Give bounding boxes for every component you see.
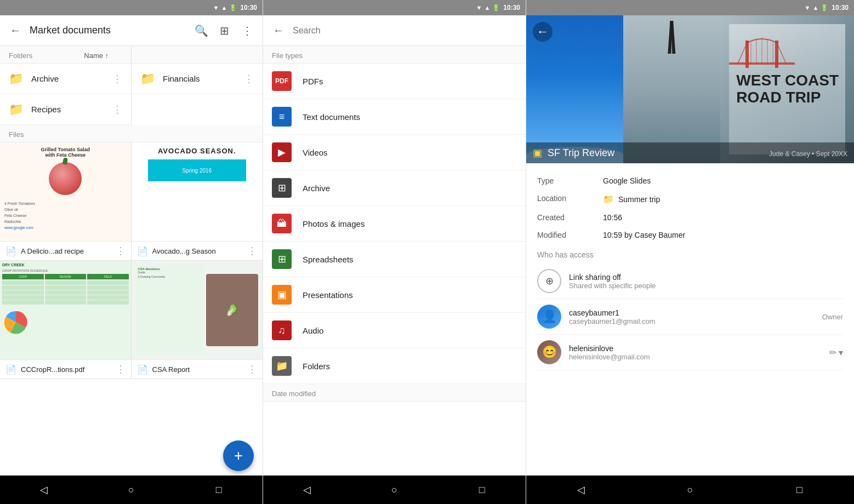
back-button-1[interactable]: ← [7, 22, 24, 39]
file-info-recipe: 📄 A Delicio...ad recipe ⋮ [0, 241, 131, 260]
file-type-presentations[interactable]: ▣ Presentations [263, 277, 526, 313]
back-arrow-icon-3: ◁ [577, 484, 585, 496]
file-thumbnail-recipe: Grilled Tomato Saladwith Feta Cheese 4 F… [0, 142, 131, 241]
back-arrow-icon-2: ◁ [303, 484, 311, 496]
signal-icon-2: ▲ [484, 4, 490, 11]
folders-label: Folders [303, 362, 330, 371]
file-type-pdfs[interactable]: PDF PDFs [263, 64, 526, 99]
home-icon-1: ○ [128, 484, 134, 496]
link-sharing-title: Link sharing off [569, 273, 843, 282]
file-type-photos[interactable]: 🏔 Photos & images [263, 206, 526, 242]
file-type-videos[interactable]: ▶ Videos [263, 135, 526, 170]
casey-name: caseybaumer1 [569, 308, 815, 317]
archive-icon-box: ⊞ [272, 178, 292, 198]
type-label: Type [537, 176, 603, 185]
file-type-pres-icon: 📄 [137, 246, 148, 256]
location-value: 📁 Summer trip [603, 194, 660, 204]
file-item-crop[interactable]: DRY CREEK CROP ROTATION SCHEDULE CROP SE… [0, 261, 132, 379]
home-nav-btn-2[interactable]: ○ [383, 479, 405, 501]
wifi-icon-3: ▼ [805, 4, 811, 11]
back-nav-btn-3[interactable]: ◁ [570, 479, 592, 501]
link-sharing-row[interactable]: ⊕ Link sharing off Shared with specific … [537, 264, 843, 299]
recipes-more-icon[interactable]: ⋮ [112, 104, 122, 116]
status-bar-1: ▼ ▲ 🔋 10:30 [0, 0, 263, 15]
back-nav-btn-2[interactable]: ◁ [296, 479, 318, 501]
file-name-crop: CCCropR...tions.pdf [21, 365, 111, 374]
pdfs-icon-box: PDF [272, 71, 292, 91]
square-nav-btn-3[interactable]: □ [788, 479, 810, 501]
signal-icon: ▲ [221, 4, 227, 11]
home-nav-btn-3[interactable]: ○ [679, 479, 701, 501]
edit-icon[interactable]: ✏ [829, 347, 836, 358]
archive-more-icon[interactable]: ⋮ [112, 73, 122, 85]
more-button-1[interactable]: ⋮ [238, 22, 256, 39]
file-thumbnail-crop: DRY CREEK CROP ROTATION SCHEDULE CROP SE… [0, 261, 131, 359]
file-info-avocado: 📄 Avocado...g Season ⋮ [132, 241, 263, 260]
signal-icons-2: ▼ ▲ 🔋 [476, 4, 500, 12]
hero-badge: ▣ SF Trip Review Jude & Casey • Sept 20X… [526, 142, 854, 163]
files-grid-container: Grilled Tomato Saladwith Feta Cheese 4 F… [0, 142, 263, 476]
file-type-audio[interactable]: ♫ Audio [263, 313, 526, 348]
square-nav-btn-2[interactable]: □ [471, 479, 493, 501]
folder-item-recipes[interactable]: 📁 Recipes ⋮ [0, 94, 131, 125]
casey-info: caseybaumer1 caseybaumer1@gmail.com [569, 308, 815, 325]
files-grid: Grilled Tomato Saladwith Feta Cheese 4 F… [0, 142, 263, 379]
search-back-button[interactable]: ← [270, 22, 287, 39]
hero-golden-gate-img: WEST COAST ROAD TRIP [720, 15, 854, 163]
file-type-folders[interactable]: 📁 Folders [263, 348, 526, 384]
spreadsheets-label: Spreadsheets [303, 255, 354, 264]
hero-back-button[interactable]: ← [533, 22, 553, 42]
text-docs-label: Text documents [303, 112, 360, 122]
crop-file-more-icon[interactable]: ⋮ [116, 363, 126, 375]
status-time-3: 10:30 [832, 4, 849, 12]
search-input[interactable] [293, 26, 519, 36]
helena-actions: ✏ ▾ [829, 347, 843, 358]
archive-folder-icon: 📁 [9, 72, 24, 86]
hero-collage: WEST COAST ROAD TRIP [526, 15, 854, 163]
folder-item-archive[interactable]: 📁 Archive ⋮ [0, 64, 131, 94]
home-nav-btn-1[interactable]: ○ [120, 479, 142, 501]
type-value: Google Slides [603, 176, 651, 185]
square-nav-btn-1[interactable]: □ [208, 479, 230, 501]
link-sharing-subtitle: Shared with specific people [569, 282, 843, 290]
file-item-csa[interactable]: CSA Members Guide A Growing Community 🥬 … [132, 261, 263, 379]
photos-icon-box: 🏔 [272, 214, 292, 233]
presentations-icon-box: ▣ [272, 285, 292, 305]
file-info-csa: 📄 CSA Report ⋮ [132, 359, 263, 379]
file-type-doc-icon: 📄 [5, 246, 16, 256]
csa-file-more-icon[interactable]: ⋮ [247, 363, 257, 375]
square-icon-1: □ [216, 484, 222, 496]
chevron-down-icon[interactable]: ▾ [839, 347, 843, 358]
file-name-recipe: A Delicio...ad recipe [21, 247, 111, 255]
avocado-file-more-icon[interactable]: ⋮ [247, 245, 257, 257]
file-item-recipe[interactable]: Grilled Tomato Saladwith Feta Cheese 4 F… [0, 142, 132, 261]
file-name-csa: CSA Report [152, 365, 243, 374]
fab-button[interactable]: + [223, 440, 254, 471]
grid-button-1[interactable]: ⊞ [215, 22, 233, 39]
square-icon-2: □ [479, 484, 485, 496]
financials-more-icon[interactable]: ⋮ [244, 73, 254, 85]
search-button-1[interactable]: 🔍 [192, 22, 210, 39]
recipes-folder-name: Recipes [31, 105, 105, 114]
created-label: Created [537, 213, 603, 222]
file-types-header: File types [263, 46, 526, 64]
file-item-avocado[interactable]: Avocado Season. Spring 2016 📄 Avocado...… [132, 142, 263, 261]
meta-row-modified: Modified 10:59 by Casey Baumer [537, 226, 843, 244]
panel-search: ▼ ▲ 🔋 10:30 ← File types PDF PDFs ≡ Text… [263, 0, 526, 504]
file-type-pdf-2-icon: 📄 [137, 364, 148, 375]
casey-email: caseybaumer1@gmail.com [569, 317, 815, 325]
videos-label: Videos [303, 148, 328, 157]
battery-icon-3: 🔋 [821, 4, 828, 12]
back-nav-btn-1[interactable]: ◁ [33, 479, 55, 501]
helena-info: helenisinlove helenisinlove@gmail.com [569, 344, 822, 361]
access-row-casey: 👤 caseybaumer1 caseybaumer1@gmail.com Ow… [537, 299, 843, 335]
battery-icon-2: 🔋 [492, 4, 500, 12]
file-type-archive[interactable]: ⊞ Archive [263, 170, 526, 206]
recipe-file-more-icon[interactable]: ⋮ [116, 245, 126, 257]
golden-gate-icon [729, 30, 795, 79]
file-type-text-docs[interactable]: ≡ Text documents [263, 99, 526, 135]
file-type-spreadsheets[interactable]: ⊞ Spreadsheets [263, 242, 526, 277]
wifi-icon: ▼ [213, 4, 219, 11]
folder-item-financials[interactable]: 📁 Financials ⋮ [132, 64, 263, 94]
bottom-nav-2: ◁ ○ □ [263, 476, 526, 504]
